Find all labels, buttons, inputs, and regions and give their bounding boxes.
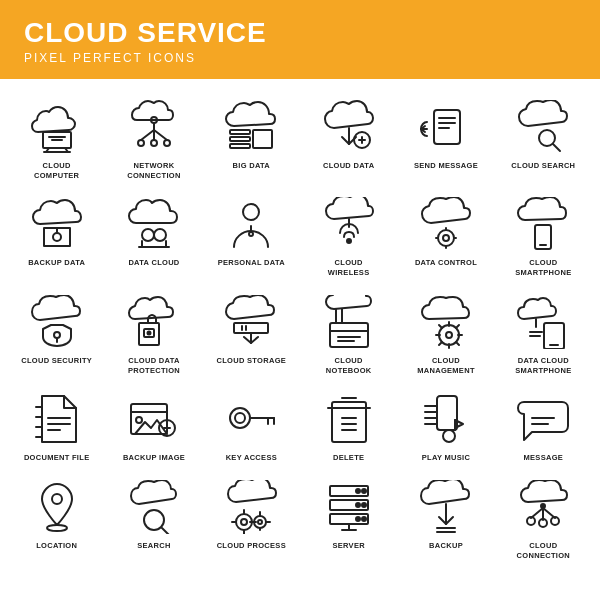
data-cloud-icon [124,194,184,254]
location-icon [27,477,87,537]
location-label: LOCATION [36,541,77,551]
network-connection-icon [124,97,184,157]
svg-point-61 [446,332,452,338]
icon-cell-backup-data: BACKUP DATA [8,186,105,284]
svg-point-32 [154,229,166,241]
backup-icon [416,477,476,537]
network-connection-label: NETWORK CONNECTION [118,161,190,181]
icon-cell-cloud-search: CLOUD SEARCH [495,89,592,187]
play-music-icon [416,389,476,449]
document-file-icon [27,389,87,449]
svg-line-9 [154,130,167,140]
play-music-label: PLAY MUSIC [422,453,470,463]
server-label: SERVER [332,541,365,551]
icon-cell-cloud-connection: CLOUD CONNECTION [495,469,592,567]
svg-point-38 [249,232,253,236]
backup-data-label: BACKUP DATA [28,258,85,268]
icon-cell-document-file: DOCUMENT FILE [8,381,105,469]
big-data-icon [221,97,281,157]
icon-cell-cloud-computer: CLOUD COMPUTER [8,89,105,187]
icon-cell-cloud-storage: CLOUD STORAGE [203,284,300,382]
cloud-process-label: CLOUD PROCESS [217,541,286,551]
data-control-icon [416,194,476,254]
data-cloud-smartphone-icon [513,292,573,352]
cloud-data-icon [319,97,379,157]
header: CLOUD SERVICE PIXEL PERFECT ICONS [0,0,600,79]
svg-line-28 [553,144,560,151]
svg-point-101 [241,519,247,525]
svg-rect-50 [234,323,268,333]
svg-point-98 [144,510,164,530]
icon-cell-network-connection: NETWORK CONNECTION [105,89,202,187]
message-label: MESSAGE [524,453,564,463]
svg-point-112 [362,517,366,521]
icon-cell-search: SEARCH [105,469,202,567]
server-icon [319,477,379,537]
cloud-connection-label: CLOUD CONNECTION [507,541,579,561]
icon-cell-cloud-management: CLOUD MANAGEMENT [397,284,494,382]
icon-cell-big-data: BIG DATA [203,89,300,187]
icon-cell-cloud-smartphone: CLOUD SMARTPHONE [495,186,592,284]
svg-point-80 [230,408,250,428]
svg-point-10 [138,140,144,146]
cloud-search-icon [513,97,573,157]
cloud-computer-label: CLOUD COMPUTER [21,161,93,181]
icon-cell-location: LOCATION [8,469,105,567]
search-icon [124,477,184,537]
cloud-wireless-icon [319,194,379,254]
icon-cell-data-cloud-smartphone: DATA CLOUD SMARTPHONE [495,284,592,382]
icon-cell-backup-image: BACKUP IMAGE [105,381,202,469]
message-icon [513,389,573,449]
svg-point-42 [443,235,449,241]
icon-cell-data-control: DATA CONTROL [397,186,494,284]
icon-cell-cloud-wireless: CLOUD WIRELESS [300,186,397,284]
svg-point-108 [362,489,366,493]
svg-point-103 [258,520,262,524]
svg-rect-15 [230,137,250,141]
cloud-security-label: CLOUD SECURITY [21,356,92,366]
personal-data-label: PERSONAL DATA [218,258,285,268]
svg-point-41 [438,230,454,246]
icon-cell-cloud-data-protection: CLOUD DATA PROTECTION [105,284,202,382]
icon-cell-cloud-process: CLOUD PROCESS [203,469,300,567]
send-message-icon [416,97,476,157]
svg-point-31 [142,229,154,241]
svg-line-8 [141,130,154,140]
icon-cell-play-music: PLAY MUSIC [397,381,494,469]
cloud-search-label: CLOUD SEARCH [511,161,575,171]
cloud-computer-icon [27,97,87,157]
svg-point-107 [356,489,360,493]
svg-point-97 [47,525,67,531]
svg-rect-16 [230,144,250,148]
cloud-connection-icon [513,477,573,537]
cloud-process-icon [221,477,281,537]
icon-cell-personal-data: PERSONAL DATA [203,186,300,284]
cloud-data-protection-label: CLOUD DATA PROTECTION [118,356,190,376]
delete-label: DELETE [333,453,364,463]
cloud-management-icon [416,292,476,352]
cloud-storage-label: CLOUD STORAGE [217,356,287,366]
cloud-security-icon [27,292,87,352]
icon-cell-delete: DELETE [300,381,397,469]
send-message-label: SEND MESSAGE [414,161,478,171]
cloud-notebook-label: CLOUD NOTEBOOK [313,356,385,376]
svg-point-40 [347,239,351,243]
delete-icon [319,389,379,449]
svg-point-29 [53,233,61,241]
data-cloud-label: DATA CLOUD [128,258,179,268]
header-subtitle: PIXEL PERFECT ICONS [24,51,576,65]
icon-cell-cloud-data: CLOUD DATA [300,89,397,187]
cloud-data-protection-icon [124,292,184,352]
svg-point-12 [164,140,170,146]
svg-rect-17 [253,130,272,148]
svg-point-81 [235,413,245,423]
icon-cell-backup: BACKUP [397,469,494,567]
backup-image-label: BACKUP IMAGE [123,453,185,463]
cloud-smartphone-icon [513,194,573,254]
header-title: CLOUD SERVICE [24,18,576,49]
cloud-smartphone-label: CLOUD SMARTPHONE [507,258,579,278]
personal-data-icon [221,194,281,254]
icon-cell-cloud-security: CLOUD SECURITY [8,284,105,382]
document-file-label: DOCUMENT FILE [24,453,90,463]
cloud-management-label: CLOUD MANAGEMENT [410,356,482,376]
